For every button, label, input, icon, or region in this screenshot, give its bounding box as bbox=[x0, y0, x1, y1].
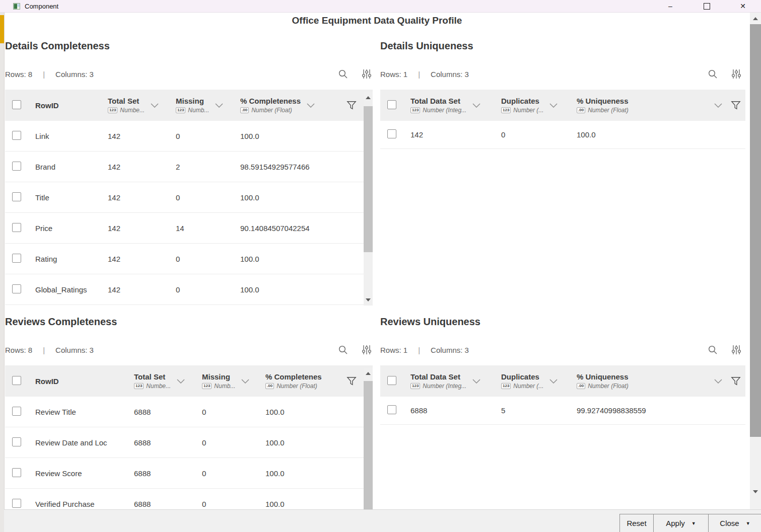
scrollbar-thumb[interactable] bbox=[364, 381, 373, 509]
chevron-down-icon[interactable] bbox=[151, 103, 159, 108]
table-row[interactable]: Title 142 0 100.0 bbox=[5, 182, 373, 213]
column-header-rowid[interactable]: RowID bbox=[33, 377, 134, 386]
column-header-total-set[interactable]: Total Set 123Numbe... bbox=[134, 372, 202, 390]
table-row[interactable]: Review Date and Loc 6888 0 100.0 bbox=[5, 427, 373, 458]
row-checkbox[interactable] bbox=[12, 407, 21, 416]
table-row[interactable]: Review Title 6888 0 100.0 bbox=[5, 397, 373, 427]
row-checkbox[interactable] bbox=[12, 131, 21, 140]
select-all-checkbox[interactable] bbox=[12, 376, 21, 385]
apply-button[interactable]: Apply ▼ bbox=[653, 514, 708, 532]
columns-count: Columns: 3 bbox=[431, 70, 469, 79]
column-settings-icon[interactable] bbox=[362, 68, 372, 80]
column-header-total-set[interactable]: Total Set 123Numbe... bbox=[108, 97, 176, 114]
footer-button-group: Reset Apply ▼ Close ▼ bbox=[619, 514, 761, 532]
select-all-checkbox[interactable] bbox=[387, 376, 396, 385]
rows-count: Rows: 8 bbox=[5, 70, 32, 79]
select-all-checkbox[interactable] bbox=[387, 100, 396, 109]
float-type-badge: .00 bbox=[265, 383, 274, 389]
row-checkbox[interactable] bbox=[12, 499, 21, 508]
filter-icon[interactable] bbox=[731, 100, 741, 110]
column-header-total-data-set[interactable]: Total Data Set 123Number (Integ... bbox=[410, 372, 501, 390]
reset-button[interactable]: Reset bbox=[620, 514, 653, 532]
row-checkbox[interactable] bbox=[12, 254, 21, 263]
chevron-down-icon[interactable] bbox=[549, 103, 558, 108]
integer-type-badge: 123 bbox=[176, 107, 185, 113]
table-row[interactable]: Global_Ratings 142 0 100.0 bbox=[5, 274, 373, 305]
dropdown-arrow-icon[interactable]: ▼ bbox=[691, 521, 696, 526]
table-row[interactable]: 142 0 100.0 bbox=[380, 121, 745, 149]
table-row[interactable]: Rating 142 0 100.0 bbox=[5, 244, 373, 274]
chevron-down-icon[interactable] bbox=[714, 103, 722, 108]
chevron-down-icon[interactable] bbox=[307, 103, 315, 108]
chevron-down-icon[interactable] bbox=[714, 379, 722, 384]
panel-reviews-completeness: Reviews Completeness Rows: 8 | Columns: … bbox=[5, 316, 373, 519]
row-checkbox[interactable] bbox=[12, 437, 21, 446]
column-header-duplicates[interactable]: Duplicates 123Number (... bbox=[501, 372, 577, 390]
filter-icon[interactable] bbox=[347, 100, 357, 110]
row-checkbox[interactable] bbox=[12, 223, 21, 232]
scrollbar-thumb[interactable] bbox=[750, 24, 761, 437]
filter-icon[interactable] bbox=[731, 376, 741, 386]
meta-separator: | bbox=[43, 70, 45, 79]
table-header-row: Total Data Set 123Number (Integ... Dupli… bbox=[380, 365, 745, 397]
maximize-button[interactable] bbox=[688, 0, 725, 12]
table-header-row: RowID Total Set 123Numbe... Missing 123N… bbox=[5, 90, 373, 121]
scroll-up-icon[interactable] bbox=[366, 372, 371, 375]
dropdown-arrow-icon[interactable]: ▼ bbox=[746, 521, 750, 526]
select-all-checkbox[interactable] bbox=[12, 100, 21, 109]
column-header-pct-uniqueness[interactable]: % Uniqueness .00Number (Float) bbox=[577, 97, 710, 114]
chevron-down-icon[interactable] bbox=[177, 379, 185, 384]
scroll-up-icon[interactable] bbox=[753, 17, 758, 20]
integer-type-badge: 123 bbox=[410, 383, 420, 389]
search-icon[interactable] bbox=[337, 68, 349, 80]
table-scrollbar[interactable] bbox=[364, 368, 373, 509]
filter-icon[interactable] bbox=[347, 376, 357, 386]
row-checkbox[interactable] bbox=[12, 192, 21, 201]
column-header-pct-uniqueness[interactable]: % Uniqueness .00Number (Float) bbox=[577, 372, 710, 390]
chevron-down-icon[interactable] bbox=[549, 379, 558, 384]
column-header-missing[interactable]: Missing 123Numb... bbox=[202, 372, 265, 390]
column-settings-icon[interactable] bbox=[731, 344, 741, 355]
row-checkbox[interactable] bbox=[387, 405, 396, 414]
scroll-up-icon[interactable] bbox=[366, 96, 371, 99]
scrollbar-thumb[interactable] bbox=[364, 106, 373, 252]
table-header-row: Total Data Set 123Number (Integ... Dupli… bbox=[380, 90, 745, 121]
column-settings-icon[interactable] bbox=[362, 344, 372, 355]
chevron-down-icon[interactable] bbox=[472, 379, 480, 384]
minimize-button[interactable]: – bbox=[652, 0, 688, 12]
window-titlebar: Component – ✕ bbox=[0, 0, 761, 13]
close-window-button[interactable]: ✕ bbox=[725, 0, 761, 12]
row-checkbox[interactable] bbox=[387, 129, 396, 138]
float-type-badge: .00 bbox=[577, 383, 585, 389]
columns-count: Columns: 3 bbox=[55, 70, 94, 79]
column-header-pct-completeness[interactable]: % Completenes .00Number (Float) bbox=[265, 372, 342, 390]
table-row[interactable]: Brand 142 2 98.59154929577466 bbox=[5, 151, 373, 182]
chevron-down-icon[interactable] bbox=[241, 379, 249, 384]
scroll-down-icon[interactable] bbox=[753, 490, 758, 493]
meta-separator: | bbox=[43, 346, 45, 354]
close-button[interactable]: Close ▼ bbox=[708, 514, 761, 532]
column-header-pct-completeness[interactable]: % Completeness .00Number (Float) bbox=[240, 97, 342, 114]
column-header-missing[interactable]: Missing 123Numb... bbox=[176, 97, 240, 114]
row-checkbox[interactable] bbox=[12, 162, 21, 171]
column-header-duplicates[interactable]: Duplicates 123Number (... bbox=[501, 97, 577, 114]
table-row[interactable]: Review Score 6888 0 100.0 bbox=[5, 458, 373, 489]
search-icon[interactable] bbox=[707, 344, 718, 355]
window-scrollbar[interactable] bbox=[750, 12, 761, 509]
column-header-rowid[interactable]: RowID bbox=[33, 101, 108, 110]
table-row[interactable]: Link 142 0 100.0 bbox=[5, 121, 373, 151]
table-row[interactable]: Price 142 14 90.14084507042254 bbox=[5, 213, 373, 244]
chevron-down-icon[interactable] bbox=[215, 103, 223, 108]
row-checkbox[interactable] bbox=[12, 468, 21, 477]
column-settings-icon[interactable] bbox=[731, 68, 741, 80]
integer-type-badge: 123 bbox=[410, 107, 420, 113]
search-icon[interactable] bbox=[707, 68, 718, 80]
scroll-down-icon[interactable] bbox=[366, 298, 371, 301]
chevron-down-icon[interactable] bbox=[472, 103, 480, 108]
table-row[interactable]: 6888 5 99.92740998838559 bbox=[380, 397, 745, 425]
table-scrollbar[interactable] bbox=[364, 92, 373, 306]
row-checkbox[interactable] bbox=[12, 284, 21, 293]
column-header-total-data-set[interactable]: Total Data Set 123Number (Integ... bbox=[410, 97, 501, 114]
integer-type-badge: 123 bbox=[501, 383, 511, 389]
search-icon[interactable] bbox=[337, 344, 349, 355]
